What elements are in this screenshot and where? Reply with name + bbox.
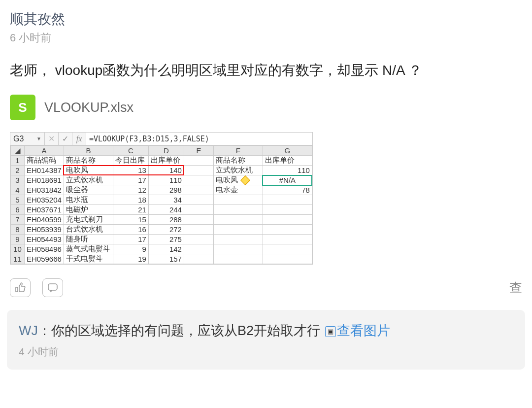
- cell[interactable]: [213, 225, 263, 235]
- author-name[interactable]: 顺其孜然: [10, 10, 522, 29]
- cell[interactable]: 275: [148, 235, 184, 244]
- cell[interactable]: 110: [263, 166, 312, 175]
- cell[interactable]: 电磁炉: [64, 205, 113, 215]
- comment-button[interactable]: [42, 278, 63, 297]
- cell[interactable]: #N/A: [263, 175, 312, 185]
- row-header[interactable]: 5: [11, 195, 25, 205]
- name-box[interactable]: G3 ▼: [10, 133, 45, 145]
- cell[interactable]: [213, 244, 263, 254]
- cell[interactable]: 21: [113, 205, 148, 215]
- cell[interactable]: EH058496: [25, 244, 64, 254]
- cancel-icon[interactable]: ✕: [45, 133, 59, 145]
- formula-input[interactable]: =VLOOKUP(F3,B3:D15,3,FALSE): [86, 133, 312, 145]
- row-header[interactable]: 6: [11, 205, 25, 215]
- cell[interactable]: [184, 205, 213, 215]
- col-header[interactable]: F: [213, 146, 263, 156]
- cell[interactable]: 34: [148, 195, 184, 205]
- check-icon[interactable]: ✓: [59, 133, 72, 145]
- row-header[interactable]: 11: [11, 254, 25, 264]
- cell[interactable]: [213, 205, 263, 215]
- cell[interactable]: [184, 195, 213, 205]
- reply-author[interactable]: WJ: [19, 323, 38, 338]
- row-header[interactable]: 10: [11, 244, 25, 254]
- cell[interactable]: [184, 254, 213, 264]
- cell[interactable]: [263, 195, 312, 205]
- cell[interactable]: 12: [113, 185, 148, 195]
- cell[interactable]: EH054493: [25, 235, 64, 244]
- cell[interactable]: 干式电熨斗: [64, 254, 113, 264]
- cell[interactable]: [184, 185, 213, 195]
- cell[interactable]: 110: [148, 175, 184, 185]
- cell[interactable]: EH040599: [25, 215, 64, 225]
- cell[interactable]: [213, 195, 263, 205]
- cell[interactable]: 今日出库: [113, 156, 148, 166]
- cell[interactable]: 立式饮水机: [213, 166, 263, 175]
- col-header[interactable]: C: [113, 146, 148, 156]
- cell[interactable]: [263, 254, 312, 264]
- cell[interactable]: [184, 175, 213, 185]
- view-more-text[interactable]: 查: [509, 279, 522, 297]
- cell[interactable]: [263, 215, 312, 225]
- cell[interactable]: 298: [148, 185, 184, 195]
- cell[interactable]: 244: [148, 205, 184, 215]
- cell[interactable]: 157: [148, 254, 184, 264]
- col-header[interactable]: B: [64, 146, 113, 156]
- col-header[interactable]: E: [184, 146, 213, 156]
- cell[interactable]: 商品编码: [25, 156, 64, 166]
- cell[interactable]: 充电式剃刀: [64, 215, 113, 225]
- cell[interactable]: 电水瓶: [64, 195, 113, 205]
- cell[interactable]: 电吹风: [213, 175, 263, 185]
- cell[interactable]: EH037671: [25, 205, 64, 215]
- like-button[interactable]: [10, 278, 31, 297]
- cell[interactable]: 17: [113, 175, 148, 185]
- cell[interactable]: [213, 215, 263, 225]
- cell[interactable]: 台式饮水机: [64, 225, 113, 235]
- cell[interactable]: [213, 235, 263, 244]
- cell[interactable]: 蒸气式电熨斗: [64, 244, 113, 254]
- cell[interactable]: 18: [113, 195, 148, 205]
- cell[interactable]: 立式饮水机: [64, 175, 113, 185]
- row-header[interactable]: 7: [11, 215, 25, 225]
- cell[interactable]: 15: [113, 215, 148, 225]
- cell[interactable]: 288: [148, 215, 184, 225]
- cell[interactable]: 商品名称: [213, 156, 263, 166]
- select-all-cell[interactable]: ◢: [11, 146, 25, 156]
- cell[interactable]: 140: [148, 166, 184, 175]
- cell[interactable]: [184, 166, 213, 175]
- cell[interactable]: EH053939: [25, 225, 64, 235]
- cell[interactable]: EH018691: [25, 175, 64, 185]
- cell[interactable]: 78: [263, 185, 312, 195]
- cell[interactable]: EH014387: [25, 166, 64, 175]
- row-header[interactable]: 2: [11, 166, 25, 175]
- col-header[interactable]: A: [25, 146, 64, 156]
- cell[interactable]: [184, 225, 213, 235]
- col-header[interactable]: G: [263, 146, 312, 156]
- cell[interactable]: [263, 235, 312, 244]
- cell[interactable]: EH035204: [25, 195, 64, 205]
- row-header[interactable]: 4: [11, 185, 25, 195]
- cell[interactable]: [184, 235, 213, 244]
- cell[interactable]: [184, 215, 213, 225]
- cell[interactable]: 出库单价: [263, 156, 312, 166]
- cell[interactable]: EH031842: [25, 185, 64, 195]
- row-header[interactable]: 9: [11, 235, 25, 244]
- cell[interactable]: 随身听: [64, 235, 113, 244]
- cell[interactable]: [263, 205, 312, 215]
- cell[interactable]: [213, 254, 263, 264]
- view-image-link[interactable]: 查看图片: [337, 323, 390, 338]
- row-header[interactable]: 8: [11, 225, 25, 235]
- cell[interactable]: 出库单价: [148, 156, 184, 166]
- cell[interactable]: 吸尘器: [64, 185, 113, 195]
- col-header[interactable]: D: [148, 146, 184, 156]
- spreadsheet-grid[interactable]: ◢ A B C D E F G 1商品编码商品名称今日出库出库单价商品名称出库单…: [10, 145, 312, 264]
- cell[interactable]: [184, 156, 213, 166]
- cell[interactable]: 17: [113, 235, 148, 244]
- cell[interactable]: 272: [148, 225, 184, 235]
- cell[interactable]: 16: [113, 225, 148, 235]
- row-header[interactable]: 3: [11, 175, 25, 185]
- cell[interactable]: 9: [113, 244, 148, 254]
- cell[interactable]: [263, 225, 312, 235]
- cell[interactable]: 142: [148, 244, 184, 254]
- fx-icon[interactable]: fx: [72, 133, 86, 145]
- cell[interactable]: 电水壶: [213, 185, 263, 195]
